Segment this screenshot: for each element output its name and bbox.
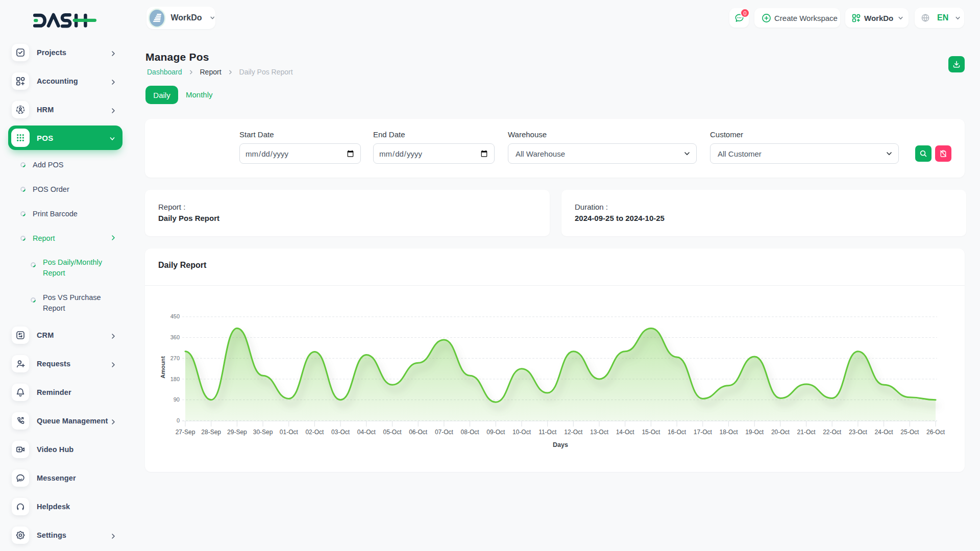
svg-text:16-Oct: 16-Oct [668,429,687,436]
svg-text:17-Oct: 17-Oct [694,429,713,436]
svg-text:25-Oct: 25-Oct [900,429,919,436]
svg-text:06-Oct: 06-Oct [409,429,428,436]
svg-text:24-Oct: 24-Oct [875,429,894,436]
svg-text:04-Oct: 04-Oct [357,429,376,436]
svg-text:0: 0 [177,417,180,423]
svg-text:26-Oct: 26-Oct [926,429,945,436]
svg-text:27-Sep: 27-Sep [176,429,195,436]
svg-text:360: 360 [170,334,180,340]
svg-text:450: 450 [170,313,180,319]
svg-text:05-Oct: 05-Oct [383,429,402,436]
svg-text:19-Oct: 19-Oct [745,429,764,436]
svg-text:13-Oct: 13-Oct [590,429,609,436]
svg-text:180: 180 [170,376,180,382]
svg-text:02-Oct: 02-Oct [305,429,324,436]
svg-text:29-Sep: 29-Sep [227,429,247,436]
svg-text:30-Sep: 30-Sep [253,429,273,436]
svg-text:01-Oct: 01-Oct [280,429,299,436]
svg-text:Days: Days [553,441,568,448]
svg-text:90: 90 [174,396,180,403]
svg-text:15-Oct: 15-Oct [642,429,660,436]
svg-text:12-Oct: 12-Oct [564,429,583,436]
svg-text:28-Sep: 28-Sep [201,429,221,436]
svg-text:21-Oct: 21-Oct [797,429,816,436]
svg-text:23-Oct: 23-Oct [849,429,868,436]
svg-text:10-Oct: 10-Oct [512,429,531,436]
svg-text:07-Oct: 07-Oct [435,429,454,436]
svg-text:14-Oct: 14-Oct [616,429,635,436]
svg-text:11-Oct: 11-Oct [538,429,557,436]
svg-text:09-Oct: 09-Oct [486,429,505,436]
svg-text:22-Oct: 22-Oct [823,429,842,436]
svg-text:03-Oct: 03-Oct [331,429,350,436]
svg-text:270: 270 [170,355,180,361]
svg-text:18-Oct: 18-Oct [719,429,738,436]
svg-text:08-Oct: 08-Oct [461,429,480,436]
svg-text:20-Oct: 20-Oct [771,429,790,436]
svg-text:Amount: Amount [160,356,166,379]
